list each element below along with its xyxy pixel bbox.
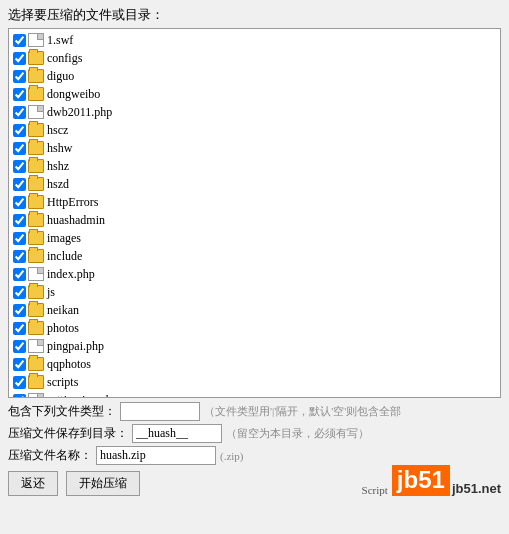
file-checkbox[interactable] xyxy=(13,322,26,335)
file-label: hshw xyxy=(47,139,72,157)
file-label: index.php xyxy=(47,265,95,283)
file-label: qqphotos xyxy=(47,355,91,373)
filename-hint: (.zip) xyxy=(220,450,244,462)
folder-icon xyxy=(28,123,44,137)
list-item: HttpErrors xyxy=(13,193,496,211)
file-icon xyxy=(28,393,44,398)
bottom-section: 包含下列文件类型： （文件类型用'|'隔开，默认'空'则包含全部 压缩文件保存到… xyxy=(8,402,501,496)
file-icon xyxy=(28,267,44,281)
file-checkbox[interactable] xyxy=(13,142,26,155)
watermark-area: 返还 开始压缩 Script jb51 jb51.net xyxy=(8,471,501,496)
folder-icon xyxy=(28,213,44,227)
file-checkbox[interactable] xyxy=(13,178,26,191)
list-item: hshw xyxy=(13,139,496,157)
file-label: js xyxy=(47,283,55,301)
list-item: scripts xyxy=(13,373,496,391)
file-label: diguo xyxy=(47,67,74,85)
list-item: neikan xyxy=(13,301,496,319)
folder-icon xyxy=(28,303,44,317)
list-item: index.php xyxy=(13,265,496,283)
file-checkbox[interactable] xyxy=(13,70,26,83)
filename-input[interactable] xyxy=(96,446,216,465)
file-checkbox[interactable] xyxy=(13,268,26,281)
list-item: 1.swf xyxy=(13,31,496,49)
file-label: dongweibo xyxy=(47,85,100,103)
folder-icon xyxy=(28,141,44,155)
file-checkbox[interactable] xyxy=(13,304,26,317)
folder-icon xyxy=(28,231,44,245)
file-label: images xyxy=(47,229,81,247)
page-title: 选择要压缩的文件或目录： xyxy=(8,6,501,24)
file-icon xyxy=(28,33,44,47)
file-label: setting.inc.php xyxy=(47,391,118,398)
file-label: HttpErrors xyxy=(47,193,98,211)
folder-icon xyxy=(28,177,44,191)
file-label: configs xyxy=(47,49,82,67)
include-types-note: （文件类型用'|'隔开，默认'空'则包含全部 xyxy=(204,404,401,419)
folder-icon xyxy=(28,375,44,389)
folder-icon xyxy=(28,249,44,263)
file-checkbox[interactable] xyxy=(13,52,26,65)
list-item: include xyxy=(13,247,496,265)
file-checkbox[interactable] xyxy=(13,250,26,263)
save-dir-label: 压缩文件保存到目录： xyxy=(8,425,128,442)
file-checkbox[interactable] xyxy=(13,358,26,371)
file-label: hshz xyxy=(47,157,69,175)
file-label: hszd xyxy=(47,175,69,193)
file-checkbox[interactable] xyxy=(13,214,26,227)
list-item: photos xyxy=(13,319,496,337)
compress-button[interactable]: 开始压缩 xyxy=(66,471,140,496)
file-checkbox[interactable] xyxy=(13,340,26,353)
list-item: hszd xyxy=(13,175,496,193)
folder-icon xyxy=(28,69,44,83)
jb51-domain: jb51.net xyxy=(452,481,501,496)
file-checkbox[interactable] xyxy=(13,124,26,137)
file-list: 1.swfconfigsdiguodongweibodwb2011.phphsc… xyxy=(8,28,501,398)
watermark: Script jb51 jb51.net xyxy=(362,465,501,496)
file-checkbox[interactable] xyxy=(13,376,26,389)
include-types-input[interactable] xyxy=(120,402,200,421)
folder-icon xyxy=(28,357,44,371)
list-item: configs xyxy=(13,49,496,67)
back-button[interactable]: 返还 xyxy=(8,471,58,496)
file-label: dwb2011.php xyxy=(47,103,112,121)
folder-icon xyxy=(28,159,44,173)
file-label: huashadmin xyxy=(47,211,105,229)
file-label: 1.swf xyxy=(47,31,73,49)
file-checkbox[interactable] xyxy=(13,160,26,173)
file-icon xyxy=(28,339,44,353)
file-checkbox[interactable] xyxy=(13,106,26,119)
list-item: dongweibo xyxy=(13,85,496,103)
folder-icon xyxy=(28,195,44,209)
list-item: pingpai.php xyxy=(13,337,496,355)
filename-label: 压缩文件名称： xyxy=(8,447,92,464)
save-dir-row: 压缩文件保存到目录： （留空为本目录，必须有写） xyxy=(8,424,501,443)
list-item: images xyxy=(13,229,496,247)
folder-icon xyxy=(28,321,44,335)
filename-row: 压缩文件名称： (.zip) xyxy=(8,446,501,465)
list-item: hshz xyxy=(13,157,496,175)
folder-icon xyxy=(28,285,44,299)
list-item: huashadmin xyxy=(13,211,496,229)
jb51-logo: jb51 xyxy=(392,465,450,496)
file-icon xyxy=(28,105,44,119)
list-item: diguo xyxy=(13,67,496,85)
file-checkbox[interactable] xyxy=(13,286,26,299)
file-label: photos xyxy=(47,319,79,337)
folder-icon xyxy=(28,51,44,65)
file-checkbox[interactable] xyxy=(13,394,26,399)
file-checkbox[interactable] xyxy=(13,232,26,245)
file-checkbox[interactable] xyxy=(13,196,26,209)
save-dir-input[interactable] xyxy=(132,424,222,443)
main-container: 选择要压缩的文件或目录： 1.swfconfigsdiguodongweibod… xyxy=(0,0,509,534)
list-item: qqphotos xyxy=(13,355,496,373)
include-types-row: 包含下列文件类型： （文件类型用'|'隔开，默认'空'则包含全部 xyxy=(8,402,501,421)
list-item: js xyxy=(13,283,496,301)
list-item: setting.inc.php xyxy=(13,391,496,398)
file-label: neikan xyxy=(47,301,79,319)
save-dir-hint: （留空为本目录，必须有写） xyxy=(226,426,369,441)
file-checkbox[interactable] xyxy=(13,88,26,101)
file-checkbox[interactable] xyxy=(13,34,26,47)
list-item: dwb2011.php xyxy=(13,103,496,121)
file-label: include xyxy=(47,247,82,265)
